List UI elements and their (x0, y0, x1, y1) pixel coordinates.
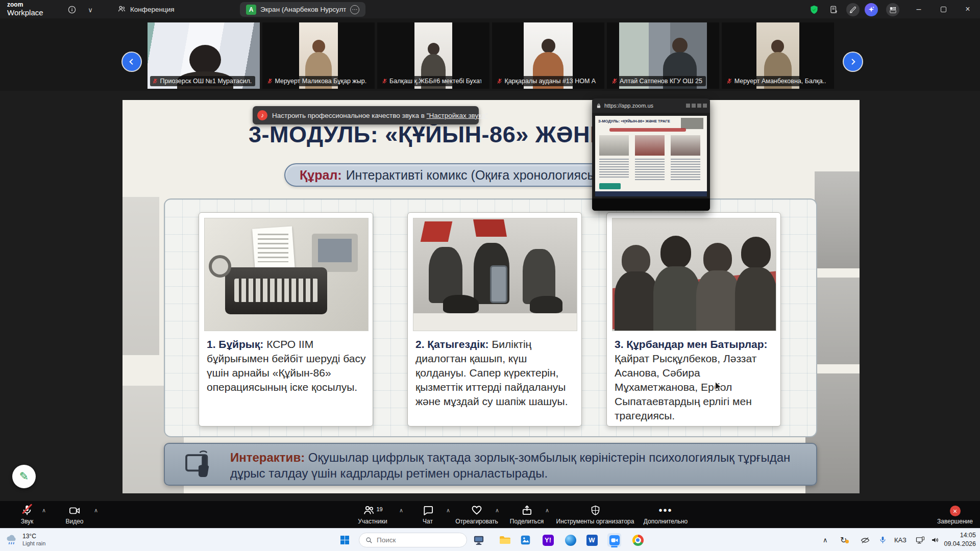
video-tile[interactable]: Алтай Сатпенов КГУ ОШ 25 (607, 22, 719, 89)
participants-button[interactable]: 19 Участники (353, 503, 392, 525)
card-text: 2. Қатыгездік: Биліктің диалогтан қашып,… (415, 337, 575, 409)
video-tile[interactable]: Қарқаралы ауданы #13 НОМ А... (492, 22, 604, 89)
music-note-icon: ♪ (257, 110, 267, 120)
sync-tray-icon[interactable]: ↻ (840, 529, 847, 551)
muted-mic-icon (497, 78, 502, 84)
security-shield-icon[interactable] (807, 3, 821, 16)
restore-button[interactable] (932, 0, 954, 18)
taskbar-search[interactable] (359, 533, 467, 547)
share-preview-window: https://app.zoom.us З-МОДУЛЬ: «ҚҰЙЫН-86»… (592, 98, 710, 211)
zoom-workplace-logo: zoom Workplace (7, 2, 43, 16)
react-chevron[interactable]: ∧ (495, 507, 499, 514)
mini-slide-preview: З-МОДУЛЬ: «ҚҰЙЫН-86» ЖӘНЕ ТРАГЕ (595, 116, 707, 196)
more-button[interactable]: ••• Дополнительно (641, 503, 690, 525)
zoom-control-bar: Звук ∧ Видео ∧ 19 Участники ∧ Чат ∧ Отре… (0, 501, 980, 528)
host-tools-button[interactable]: Инструменты организатора (554, 503, 636, 525)
search-input[interactable] (377, 536, 453, 544)
video-button[interactable]: Видео (60, 503, 89, 525)
zoom-app-icon[interactable] (607, 533, 621, 547)
next-page-arrow[interactable] (844, 53, 862, 71)
apps-grid-icon[interactable] (886, 3, 899, 16)
weather-widget[interactable]: 13°C Light rain (5, 533, 45, 547)
display-app-icon[interactable] (472, 533, 485, 547)
rain-cloud-icon (5, 533, 18, 546)
tray-chevron-icon[interactable]: ∧ (823, 529, 828, 551)
participant-name-badge: Балқаш қ.ЖББ#6 мектебі Бухат Н (380, 76, 485, 86)
chevron-down-icon[interactable]: ∨ (85, 4, 96, 15)
file-explorer-icon[interactable] (498, 533, 512, 547)
avatar: A (246, 5, 256, 15)
speaker-tray-icon[interactable] (931, 529, 940, 551)
chat-icon (422, 503, 434, 516)
photo-collage (815, 171, 860, 268)
network-tray-icon[interactable] (916, 529, 925, 551)
muted-mic-icon (21, 503, 33, 516)
language-indicator[interactable]: КАЗ (894, 529, 906, 551)
word-app-icon[interactable]: W (585, 533, 599, 547)
participant-name-badge: Меруерт Маликова Бұқар жыр... (265, 76, 370, 86)
annotate-pencil-icon[interactable] (846, 3, 860, 16)
end-meeting-button[interactable]: × Завершение (932, 503, 978, 525)
muted-mic-icon (726, 78, 732, 84)
previous-page-arrow[interactable] (122, 53, 141, 71)
zoom-titlebar: zoom Workplace ∨ Конференция A Экран (Ан… (0, 0, 980, 18)
mini-window-titlebar: https://app.zoom.us (592, 98, 710, 113)
mouse-cursor (714, 381, 724, 392)
participant-name-badge: Алтай Сатпенов КГУ ОШ 25 (609, 76, 706, 86)
photo-collage (122, 197, 159, 355)
search-icon (365, 537, 373, 544)
ellipsis-icon: ••• (658, 503, 672, 516)
video-tile[interactable]: Меруерт Аманбековна, Балқа... (722, 22, 834, 89)
people-icon (117, 5, 126, 15)
mic-tray-icon[interactable] (879, 529, 887, 551)
windows-taskbar: 13°C Light rain Y! W ∧ ↻ (0, 528, 980, 551)
participant-name-badge: Приозерск ОШ №1 Муратасил... (150, 76, 255, 86)
video-tile[interactable]: Балқаш қ.ЖББ#6 мектебі Бухат Н (377, 22, 489, 89)
share-button[interactable]: Поделиться (507, 503, 546, 525)
chat-button[interactable]: Чат (416, 503, 439, 525)
participant-video-strip: Приозерск ОШ №1 Муратасил... Меруерт Мал… (0, 18, 980, 91)
chat-chevron[interactable]: ∧ (446, 507, 450, 514)
start-button[interactable] (338, 533, 352, 547)
participants-chevron[interactable]: ∧ (399, 507, 403, 514)
participants-icon: 19 (362, 503, 382, 516)
mini-slide-title: З-МОДУЛЬ: «ҚҰЙЫН-86» ЖӘНЕ ТРАГЕ (598, 119, 680, 123)
photos-app-icon[interactable] (519, 533, 532, 547)
minimize-button[interactable]: – (908, 0, 930, 18)
chrome-app-icon[interactable] (631, 533, 645, 547)
interactive-text: Интерактив: Оқушылар цифрлық тақтада зор… (230, 449, 807, 481)
video-tile[interactable]: Меруерт Маликова Бұқар жыр... (262, 22, 375, 89)
video-tile[interactable]: Приозерск ОШ №1 Муратасил... (148, 22, 260, 89)
taskbar-clock[interactable]: 14:05 09.04.2026 (944, 531, 976, 548)
slide-card-heroes: 3. Құрбандар мен Батырлар: Қайрат Рысқұл… (606, 212, 781, 427)
close-button[interactable]: × (957, 0, 979, 18)
soldiers-illustration (413, 218, 577, 331)
video-options-chevron[interactable]: ∧ (94, 507, 98, 514)
ai-companion-icon[interactable] (865, 3, 878, 16)
info-icon[interactable] (66, 4, 78, 15)
muted-mic-icon (267, 78, 273, 84)
audio-button[interactable]: Звук (15, 503, 39, 525)
react-button[interactable]: Отреагировать (453, 503, 500, 525)
mini-window-controls (686, 104, 707, 108)
hidden-eye-tray-icon[interactable] (861, 529, 870, 551)
lock-icon (596, 103, 601, 109)
participant-name-badge: Меруерт Аманбековна, Балқа... (724, 76, 829, 86)
annotation-fab[interactable]: ✎ (12, 465, 36, 488)
presentation-slide: 3-МОДУЛЬ: «ҚҰЙЫН-86» ЖӘНЕ ТРАГЕДІ Құрал:… (122, 100, 860, 493)
audio-options-chevron[interactable]: ∧ (42, 507, 46, 514)
tab-more-icon[interactable]: ⋯ (350, 5, 359, 14)
tab-meeting[interactable]: Конференция (111, 2, 181, 17)
audio-quality-notification: ♪ Настроить профессиональное качество зв… (253, 106, 479, 124)
share-chevron[interactable]: ∧ (545, 507, 549, 514)
participant-name-badge: Қарқаралы ауданы #13 НОМ А... (495, 76, 600, 86)
yahoo-app-icon[interactable]: Y! (541, 533, 555, 547)
sound-settings-link[interactable]: "Настройках звука" (427, 112, 488, 119)
participants-count-badge: 19 (376, 506, 382, 512)
mini-window-url: https://app.zoom.us (604, 103, 653, 109)
browser-icon[interactable] (564, 533, 577, 547)
card-text: 1. Бұйрық: КСРО ІІМ бұйрығымен бейбіт ше… (207, 337, 366, 394)
captions-icon[interactable] (827, 3, 840, 16)
shared-screen-area: 3-МОДУЛЬ: «ҚҰЙЫН-86» ЖӘНЕ ТРАГЕДІ Құрал:… (0, 91, 980, 501)
tab-screen-share[interactable]: A Экран (Анарбеков Нурсултан А ⋯ (240, 2, 365, 17)
